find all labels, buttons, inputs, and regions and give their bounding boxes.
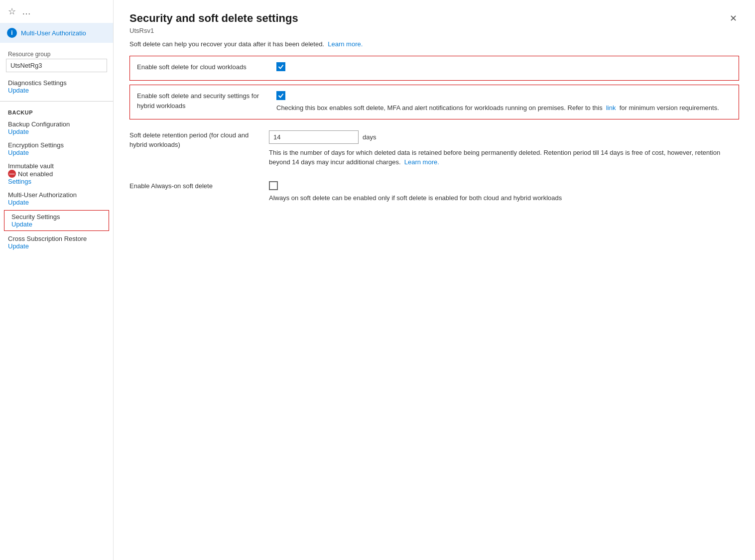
sidebar-alert-text: Multi-User Authorizatio <box>21 29 86 37</box>
sidebar-item-diagnostics: Diagnostics Settings Update <box>0 76 113 97</box>
close-button[interactable]: ✕ <box>728 12 739 25</box>
info-icon: i <box>7 28 17 38</box>
not-enabled-text: Not enabled <box>18 170 53 178</box>
retention-learn-more-link[interactable]: Learn more. <box>404 158 439 166</box>
main-header: Security and soft delete settings ✕ <box>129 12 739 25</box>
mua-link[interactable]: Update <box>8 199 29 206</box>
retention-input[interactable] <box>269 130 359 144</box>
immutable-status: — Not enabled <box>8 170 105 178</box>
mua-label: Multi-User Authorization <box>8 191 105 199</box>
sidebar-top-bar: ☆ … <box>0 0 113 23</box>
sidebar-item-immutable: Immutable vault — Not enabled Settings <box>0 159 113 188</box>
immutable-label: Immutable vault <box>8 162 105 170</box>
always-on-control: Always on soft delete can be enabled onl… <box>269 181 739 203</box>
cloud-workloads-checkbox-container <box>276 62 732 71</box>
sidebar-divider-1 <box>0 101 113 102</box>
page-title: Security and soft delete settings <box>129 12 298 25</box>
diagnostics-label: Diagnostics Settings <box>8 79 105 87</box>
backup-config-label: Backup Configuration <box>8 120 105 128</box>
hybrid-workloads-checkbox[interactable] <box>276 91 285 100</box>
resource-group-label: Resource group <box>0 47 113 59</box>
intro-learn-more-link[interactable]: Learn more. <box>328 40 363 48</box>
immutable-settings-link[interactable]: Settings <box>8 178 31 185</box>
main-content: Security and soft delete settings ✕ UtsR… <box>114 0 755 560</box>
sidebar-item-security-settings: Security Settings Update <box>4 210 109 231</box>
page-subtitle: UtsRsv1 <box>129 27 739 34</box>
retention-control: days This is the number of days for whic… <box>269 130 739 167</box>
hybrid-workloads-control: Checking this box enables soft delete, M… <box>276 91 732 113</box>
sidebar-alert-banner[interactable]: i Multi-User Authorizatio <box>0 23 113 43</box>
sidebar-item-encryption: Encryption Settings Update <box>0 138 113 159</box>
always-on-setting: Enable Always-on soft delete Always on s… <box>129 174 739 210</box>
resource-group-value: UtsNetRg3 <box>6 59 107 72</box>
cloud-workloads-setting: Enable soft delete for cloud workloads <box>129 56 739 81</box>
always-on-checkbox[interactable] <box>269 181 278 190</box>
security-settings-label: Security Settings <box>11 213 102 221</box>
retention-description: This is the number of days for which del… <box>269 148 739 167</box>
encryption-link[interactable]: Update <box>8 149 29 156</box>
diagnostics-update-link[interactable]: Update <box>8 87 29 94</box>
cloud-workloads-label: Enable soft delete for cloud workloads <box>137 62 276 72</box>
always-on-checkbox-container <box>269 181 739 190</box>
always-on-label: Enable Always-on soft delete <box>129 181 269 191</box>
always-on-description: Always on soft delete can be enabled onl… <box>269 193 739 203</box>
sidebar: ☆ … i Multi-User Authorizatio Resource g… <box>0 0 114 560</box>
cloud-workloads-checkbox[interactable] <box>276 62 285 71</box>
backup-config-link[interactable]: Update <box>8 128 29 135</box>
intro-text: Soft delete can help you recover your da… <box>129 40 739 48</box>
security-settings-link[interactable]: Update <box>11 221 32 228</box>
cloud-workloads-control <box>276 62 732 74</box>
hybrid-link[interactable]: link <box>606 104 616 112</box>
hybrid-workloads-label: Enable soft delete and security settings… <box>137 91 276 111</box>
hybrid-workloads-description: Checking this box enables soft delete, M… <box>276 103 732 113</box>
sidebar-item-backup-config: Backup Configuration Update <box>0 117 113 138</box>
retention-setting: Soft delete retention period (for cloud … <box>129 123 739 174</box>
retention-input-row: days <box>269 130 739 144</box>
hybrid-workloads-checkbox-container <box>276 91 732 100</box>
backup-group-label: BACKUP <box>0 106 113 117</box>
retention-label: Soft delete retention period (for cloud … <box>129 130 269 150</box>
cross-sub-label: Cross Subscription Restore <box>8 235 105 242</box>
hybrid-workloads-setting: Enable soft delete and security settings… <box>129 85 739 119</box>
sidebar-item-cross-sub: Cross Subscription Restore Update <box>0 232 113 253</box>
checkmark-icon <box>278 64 284 70</box>
more-icon[interactable]: … <box>22 6 31 17</box>
retention-unit: days <box>363 133 376 141</box>
not-enabled-icon: — <box>8 170 16 178</box>
star-icon[interactable]: ☆ <box>8 6 16 17</box>
sidebar-item-mua: Multi-User Authorization Update <box>0 188 113 209</box>
cross-sub-link[interactable]: Update <box>8 242 29 250</box>
encryption-label: Encryption Settings <box>8 141 105 149</box>
checkmark-icon-2 <box>278 93 284 99</box>
